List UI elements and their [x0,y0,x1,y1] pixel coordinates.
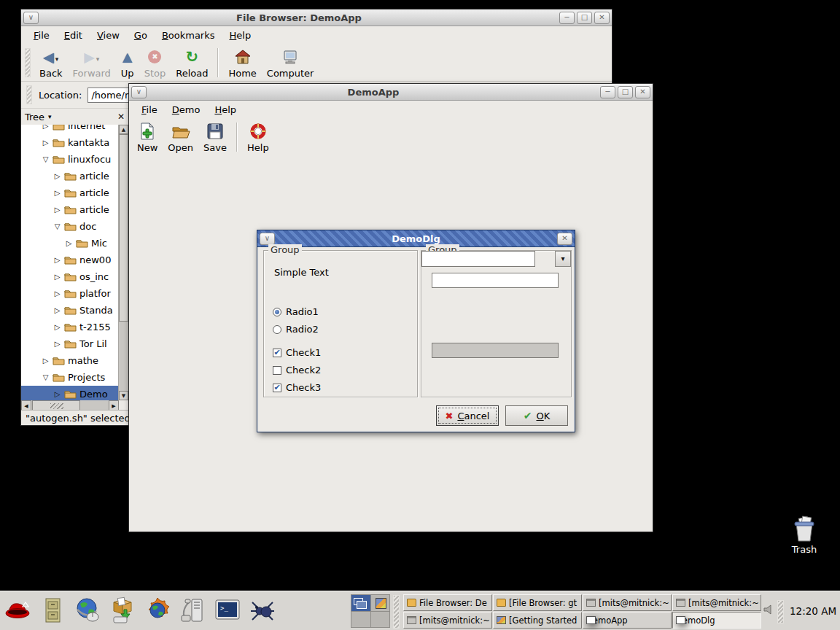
tree-item-projects[interactable]: ▽Projects [21,369,118,386]
expander-collapsed-icon[interactable]: ▷ [42,357,50,365]
expander-collapsed-icon[interactable]: ▷ [42,139,50,147]
radio-icon[interactable] [273,325,281,334]
workspace-1[interactable] [351,595,370,611]
back-button[interactable]: ◀▾ Back [34,46,68,79]
window-menu-button[interactable]: ∨ [23,12,39,24]
menu-item-file[interactable]: File [27,28,56,42]
menu-item-file[interactable]: File [135,103,164,117]
clock-drag-handle[interactable] [777,600,784,623]
expander-collapsed-icon[interactable]: ▷ [53,306,61,314]
sidebar-close-icon[interactable]: ✕ [117,112,125,122]
scroll-up-icon[interactable]: ▲ [119,125,128,134]
radio1-option[interactable]: Radio1 [273,306,319,317]
volume-icon[interactable] [763,604,774,618]
combo-box[interactable]: ▾ [421,251,551,267]
taskbar-window-button-5[interactable]: DemoApp [583,612,672,629]
tree-horizontal-scrollbar[interactable]: ◀ ▶ [21,400,119,411]
expander-collapsed-icon[interactable]: ▷ [53,390,61,398]
expander-collapsed-icon[interactable]: ▷ [53,273,61,281]
menu-item-edit[interactable]: Edit [58,28,89,42]
menu-item-view[interactable]: View [90,28,126,42]
scroll-down-icon[interactable]: ▼ [119,391,128,400]
tree-item-kantakta[interactable]: ▷kantakta [21,134,118,151]
location-drag-handle[interactable] [26,85,32,104]
close-button[interactable]: ✕ [557,233,572,245]
up-button[interactable]: ▲ Up [116,46,139,79]
launcher-terminal[interactable]: >_ [211,594,243,626]
tree-item-tor-lil[interactable]: ▷Tor Lil [21,335,118,352]
forward-button[interactable]: ▶▾ Forward [68,46,116,79]
workspace-2[interactable] [371,595,390,611]
expander-collapsed-icon[interactable]: ▷ [53,256,61,264]
close-button[interactable]: ✕ [635,86,650,98]
menu-item-help[interactable]: Help [208,103,243,117]
scroll-right-icon[interactable]: ▶ [109,400,119,411]
launcher-mozilla-browser[interactable] [141,594,173,626]
forward-dropdown-icon[interactable]: ▾ [96,55,100,63]
computer-button[interactable]: Computer [262,46,319,79]
horizontal-scroll-thumb[interactable] [32,400,80,411]
window-menu-button[interactable]: ∨ [260,233,275,245]
tree-item-mathe[interactable]: ▷mathe [21,352,118,369]
tree-vertical-scrollbar[interactable]: ▲ ▼ [119,125,128,400]
minimize-button[interactable]: − [559,12,575,24]
expander-expanded-icon[interactable]: ▽ [42,155,50,163]
radio2-option[interactable]: Radio2 [273,324,319,335]
demodlg-titlebar[interactable]: ∨ DemoDlg ✕ [257,230,575,247]
back-dropdown-icon[interactable]: ▾ [55,55,59,63]
expander-collapsed-icon[interactable]: ▷ [53,323,61,331]
taskbar-window-button-7[interactable]: DemoDlg [672,612,761,629]
open-button[interactable]: Open [163,120,198,154]
checkbox-icon[interactable] [273,366,281,375]
tree-item-doc[interactable]: ▽doc [21,218,118,235]
expander-collapsed-icon[interactable]: ▷ [53,289,61,298]
expander-collapsed-icon[interactable]: ▷ [65,239,73,247]
expander-collapsed-icon[interactable]: ▷ [53,189,61,197]
launcher-red-hat-menu[interactable] [1,594,33,626]
launcher-hardware-config[interactable] [176,594,208,626]
sidebar-view-dropdown-icon[interactable]: ▾ [48,113,117,120]
workspace-4[interactable] [371,612,390,628]
panel-drag-handle[interactable] [393,595,400,629]
reload-button[interactable]: ↻ Reload [171,46,213,79]
minimize-button[interactable]: − [600,86,615,98]
check3-option[interactable]: ✔ Check3 [273,382,321,393]
expander-expanded-icon[interactable]: ▽ [42,373,50,381]
vertical-scroll-thumb[interactable] [119,134,128,322]
scroll-left-icon[interactable]: ◀ [21,400,31,411]
tree-item-article[interactable]: ▷article [21,201,118,218]
home-button[interactable]: Home [223,46,261,79]
maximize-button[interactable]: □ [618,86,633,98]
expander-expanded-icon[interactable]: ▽ [53,222,61,230]
new-button[interactable]: New [132,120,163,154]
combo-dropdown-icon[interactable]: ▾ [555,251,571,267]
taskbar-window-button-3[interactable]: [Getting Started [493,612,582,629]
toolbar-drag-handle[interactable] [25,48,31,77]
check1-option[interactable]: ✔ Check1 [273,347,321,358]
close-button[interactable]: ✕ [594,12,610,24]
workspace-3[interactable] [351,612,370,628]
taskbar-window-button-4[interactable]: [mits@mitnick:~ [583,594,672,611]
maximize-button[interactable]: □ [577,12,592,24]
demoapp-titlebar[interactable]: ∨ DemoApp − □ ✕ [129,84,653,101]
radio-icon[interactable] [273,308,281,316]
file-browser-titlebar[interactable]: ∨ File Browser: DemoApp − □ ✕ [21,9,612,26]
menu-item-go[interactable]: Go [128,28,154,42]
tree-item-linuxfocu[interactable]: ▽linuxfocu [21,151,118,168]
taskbar-window-button-6[interactable]: [mits@mitnick:~ [672,594,761,611]
tree-item-platfor[interactable]: ▷platfor [21,285,118,302]
text-entry[interactable] [432,273,559,288]
expander-collapsed-icon[interactable]: ▷ [53,340,61,348]
tree-item-demo[interactable]: ▷Demo [21,386,118,400]
launcher-package-installer[interactable] [106,594,138,626]
tree-item-os-inc[interactable]: ▷os_inc [21,268,118,285]
expander-collapsed-icon[interactable]: ▷ [42,125,50,130]
checkbox-icon[interactable]: ✔ [273,349,281,357]
taskbar-window-button-0[interactable]: File Browser: De [403,594,492,611]
expander-collapsed-icon[interactable]: ▷ [53,206,61,214]
menu-item-bookmarks[interactable]: Bookmarks [155,28,222,42]
tree-item-mic[interactable]: ▷Mic [21,235,118,252]
tree-item-standa[interactable]: ▷Standa [21,302,118,319]
launcher-file-cabinet[interactable] [36,594,68,626]
tree-item-article[interactable]: ▷article [21,168,118,184]
